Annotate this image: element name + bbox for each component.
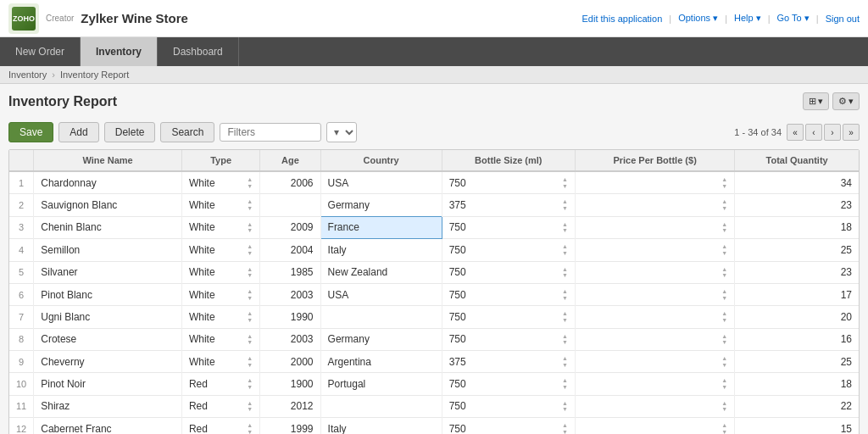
type-down-arrow[interactable]: ▼ (247, 317, 253, 324)
type-down-arrow[interactable]: ▼ (247, 406, 253, 413)
type-down-arrow[interactable]: ▼ (247, 384, 253, 391)
bottle-down-arrow[interactable]: ▼ (562, 295, 568, 302)
type-down-arrow[interactable]: ▼ (247, 429, 253, 434)
bottle-up-arrow[interactable]: ▲ (562, 400, 568, 407)
type-up-arrow[interactable]: ▲ (247, 198, 253, 205)
price-down-arrow[interactable]: ▼ (721, 295, 727, 302)
price-up-arrow[interactable]: ▲ (721, 243, 727, 250)
type-down-arrow[interactable]: ▼ (247, 362, 253, 369)
price-down-arrow[interactable]: ▼ (721, 317, 727, 324)
price-down-arrow[interactable]: ▼ (721, 227, 727, 234)
settings-button[interactable]: ⚙ ▾ (832, 92, 860, 110)
type-down-arrow[interactable]: ▼ (247, 205, 253, 212)
bottle-up-arrow[interactable]: ▲ (562, 243, 568, 250)
bottle-down-arrow[interactable]: ▼ (562, 183, 568, 190)
price-up-arrow[interactable]: ▲ (721, 333, 727, 340)
price-up-arrow[interactable]: ▲ (721, 198, 727, 205)
type-up-arrow[interactable]: ▲ (247, 333, 253, 340)
bottle-up-arrow[interactable]: ▲ (562, 221, 568, 228)
price-up-arrow[interactable]: ▲ (721, 422, 727, 429)
nav-item-dashboard[interactable]: Dashboard (158, 37, 239, 66)
type-up-arrow[interactable]: ▲ (247, 288, 253, 295)
price-down-arrow[interactable]: ▼ (721, 339, 727, 346)
bottle-up-arrow[interactable]: ▲ (562, 266, 568, 273)
type-up-arrow[interactable]: ▲ (247, 243, 253, 250)
delete-button[interactable]: Delete (104, 122, 156, 142)
type-up-arrow[interactable]: ▲ (247, 221, 253, 228)
help-menu[interactable]: Help ▾ (734, 13, 761, 24)
bottle-up-arrow[interactable]: ▲ (562, 310, 568, 317)
filter-input[interactable] (220, 123, 321, 142)
bottle-down-arrow[interactable]: ▼ (562, 339, 568, 346)
type-up-arrow[interactable]: ▲ (247, 266, 253, 273)
view-options-button[interactable]: ⊞ ▾ (803, 92, 829, 110)
price-up-arrow[interactable]: ▲ (721, 377, 727, 384)
bottle-down-arrow[interactable]: ▼ (562, 205, 568, 212)
price-down-arrow[interactable]: ▼ (721, 406, 727, 413)
add-button[interactable]: Add (58, 122, 98, 142)
edit-app-link[interactable]: Edit this application (582, 14, 663, 24)
type-up-arrow[interactable]: ▲ (247, 310, 253, 317)
cell-qty: 22 (735, 395, 859, 417)
price-up-arrow[interactable]: ▲ (721, 221, 727, 228)
price-up-arrow[interactable]: ▲ (721, 288, 727, 295)
breadcrumb-separator: › (52, 70, 55, 80)
bottle-down-arrow[interactable]: ▼ (562, 362, 568, 369)
next-page-button[interactable]: › (824, 124, 841, 141)
type-up-arrow[interactable]: ▲ (247, 377, 253, 384)
bottle-down-arrow[interactable]: ▼ (562, 429, 568, 434)
bottle-up-arrow[interactable]: ▲ (562, 355, 568, 362)
bottle-up-arrow[interactable]: ▲ (562, 198, 568, 205)
goto-menu[interactable]: Go To ▾ (777, 13, 810, 24)
type-down-arrow[interactable]: ▼ (247, 250, 253, 257)
bottle-down-arrow[interactable]: ▼ (562, 272, 568, 279)
last-page-button[interactable]: » (843, 124, 860, 141)
type-up-arrow[interactable]: ▲ (247, 176, 253, 183)
type-down-arrow[interactable]: ▼ (247, 183, 253, 190)
price-down-arrow[interactable]: ▼ (721, 250, 727, 257)
cell-price: ▲ ▼ (575, 328, 734, 350)
type-up-arrow[interactable]: ▲ (247, 400, 253, 407)
cell-country: USA (320, 171, 442, 194)
save-button[interactable]: Save (8, 122, 53, 142)
price-up-arrow[interactable]: ▲ (721, 400, 727, 407)
bottle-up-arrow[interactable]: ▲ (562, 333, 568, 340)
bottle-down-arrow[interactable]: ▼ (562, 250, 568, 257)
type-up-arrow[interactable]: ▲ (247, 355, 253, 362)
type-down-arrow[interactable]: ▼ (247, 295, 253, 302)
bottle-up-arrow[interactable]: ▲ (562, 377, 568, 384)
price-down-arrow[interactable]: ▼ (721, 205, 727, 212)
nav-item-new-order[interactable]: New Order (0, 37, 81, 66)
breadcrumb-inventory[interactable]: Inventory (8, 70, 47, 80)
type-down-arrow[interactable]: ▼ (247, 272, 253, 279)
price-up-arrow[interactable]: ▲ (721, 310, 727, 317)
prev-page-button[interactable]: ‹ (805, 124, 822, 141)
cell-qty: 25 (735, 239, 859, 261)
bottle-down-arrow[interactable]: ▼ (562, 406, 568, 413)
type-up-arrow[interactable]: ▲ (247, 422, 253, 429)
price-down-arrow[interactable]: ▼ (721, 384, 727, 391)
price-down-arrow[interactable]: ▼ (721, 362, 727, 369)
type-down-arrow[interactable]: ▼ (247, 339, 253, 346)
bottle-up-arrow[interactable]: ▲ (562, 176, 568, 183)
price-down-arrow[interactable]: ▼ (721, 272, 727, 279)
price-down-arrow[interactable]: ▼ (721, 183, 727, 190)
options-menu[interactable]: Options ▾ (678, 13, 718, 24)
type-down-arrow[interactable]: ▼ (247, 227, 253, 234)
bottle-up-arrow[interactable]: ▲ (562, 422, 568, 429)
nav-item-inventory[interactable]: Inventory (81, 37, 158, 66)
bottle-down-arrow[interactable]: ▼ (562, 384, 568, 391)
bottle-up-arrow[interactable]: ▲ (562, 288, 568, 295)
first-page-button[interactable]: « (787, 124, 804, 141)
bottle-down-arrow[interactable]: ▼ (562, 317, 568, 324)
price-down-arrow[interactable]: ▼ (721, 429, 727, 434)
signout-link[interactable]: Sign out (826, 14, 860, 24)
table-row: 1 Chardonnay White ▲ ▼ 2006 USA 750 ▲ ▼ (9, 171, 859, 194)
price-up-arrow[interactable]: ▲ (721, 176, 727, 183)
price-up-arrow[interactable]: ▲ (721, 355, 727, 362)
search-button[interactable]: Search (160, 122, 214, 142)
bottle-down-arrow[interactable]: ▼ (562, 227, 568, 234)
price-up-arrow[interactable]: ▲ (721, 266, 727, 273)
filter-dropdown[interactable]: ▾ (326, 122, 357, 142)
table-row: 2 Sauvignon Blanc White ▲ ▼ Germany 375 … (9, 194, 859, 216)
